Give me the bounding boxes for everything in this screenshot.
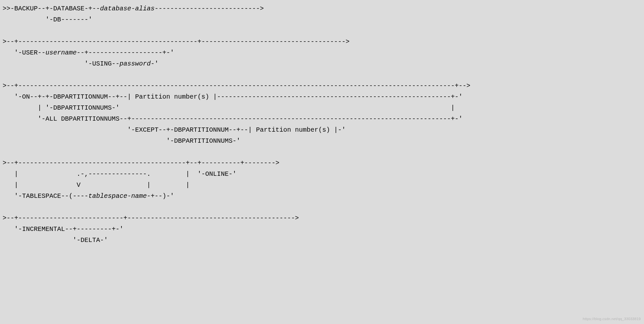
line: '-DB-------' <box>3 16 92 23</box>
line: '-DBPARTITIONNUMS-' <box>3 137 240 145</box>
line: '-DELTA-' <box>3 236 108 244</box>
line: >--+------------------------------------… <box>3 82 470 90</box>
line: '-USER--username--+-------------------+-… <box>3 49 174 56</box>
line: '-INCREMENTAL--+---------+-' <box>3 225 123 233</box>
line: '-USING--password-' <box>3 60 158 67</box>
line: >--+------------------------------------… <box>3 159 279 167</box>
line: | .-,---------------. | '-ONLINE-' <box>3 170 236 178</box>
line: '-ALL DBPARTITIONNUMS--+----------------… <box>3 115 462 123</box>
line: | '-DBPARTITIONNUMS-' | <box>3 104 455 112</box>
line: '-EXCEPT--+-DBPARTITIONNUM--+--| Partiti… <box>3 126 346 134</box>
line: | V | | <box>3 181 190 189</box>
line: '-TABLESPACE--(----tablespace-name-+--)-… <box>3 192 174 200</box>
line: >>-BACKUP--+-DATABASE-+--database-alias-… <box>3 5 264 12</box>
line: >--+------------------------------------… <box>3 38 349 45</box>
line: '-ON--+-+-DBPARTITIONNUM--+--| Partition… <box>3 93 462 101</box>
syntax-diagram: >>-BACKUP--+-DATABASE-+--database-alias-… <box>0 0 644 249</box>
line: >--+---------------------------+--------… <box>3 214 299 222</box>
